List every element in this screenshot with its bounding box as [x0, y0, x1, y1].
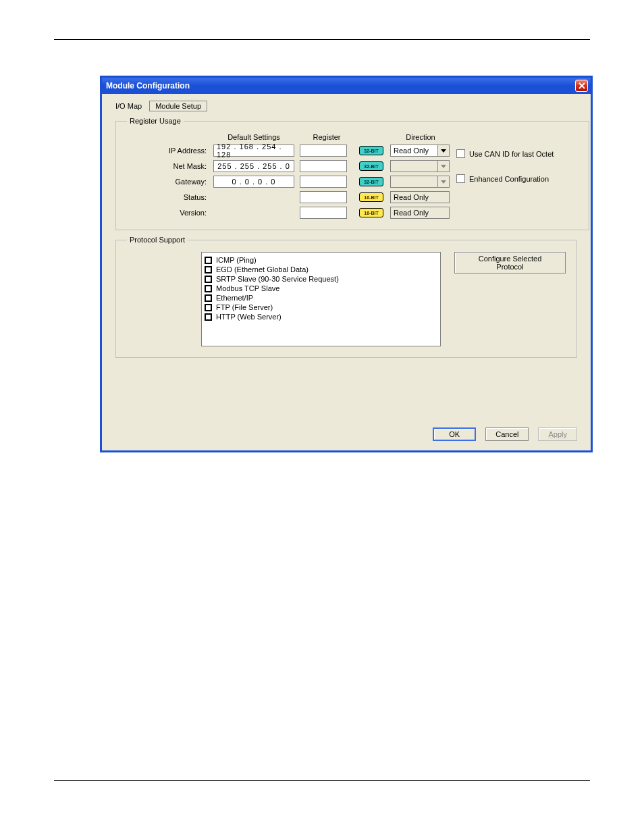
window-title: Module Configuration — [106, 81, 190, 90]
use-can-id-check[interactable]: Use CAN ID for last Octet — [456, 149, 578, 158]
use-can-id-label: Use CAN ID for last Octet — [469, 150, 554, 158]
label-ip-address: IP Address: — [127, 147, 208, 155]
checkbox-icon — [456, 149, 465, 158]
module-configuration-window: Module Configuration I/O Map Module Setu… — [100, 76, 593, 452]
protocol-item-icmp[interactable]: ICMP (Ping) — [205, 255, 437, 265]
protocol-item-ftp[interactable]: FTP (File Server) — [205, 303, 437, 312]
direction-status-value: Read Only — [394, 193, 429, 201]
close-button[interactable] — [575, 80, 588, 92]
direction-ip-address[interactable]: Read Only — [390, 145, 450, 157]
svg-marker-3 — [441, 165, 446, 168]
protocol-item-egd[interactable]: EGD (Ethernet Global Data) — [205, 265, 437, 274]
register-grid: Default Settings Register Direction IP A… — [127, 133, 578, 219]
protocol-item-modbus[interactable]: Modbus TCP Slave — [205, 284, 437, 293]
label-version: Version: — [127, 209, 208, 217]
enhanced-config-check[interactable]: Enhanced Configuration — [456, 174, 578, 183]
register-net-mask[interactable] — [300, 160, 347, 172]
tab-strip: I/O Map Module Setup — [110, 101, 585, 111]
protocol-list[interactable]: ICMP (Ping) EGD (Ethernet Global Data) S… — [201, 252, 441, 346]
enhanced-config-label: Enhanced Configuration — [469, 175, 549, 183]
bit-badge-32-ip: 32-BIT — [359, 146, 383, 155]
page-divider-bottom — [54, 780, 590, 781]
register-version[interactable] — [300, 207, 347, 219]
checkbox-icon — [205, 257, 212, 264]
page-divider-top — [54, 39, 590, 40]
tab-module-setup[interactable]: Module Setup — [149, 101, 207, 111]
apply-button: Apply — [538, 427, 577, 441]
label-gateway: Gateway: — [127, 178, 208, 186]
ip-address-field[interactable]: 192 . 168 . 254 . 128 — [213, 145, 294, 157]
list-item-label: ICMP (Ping) — [216, 256, 257, 264]
titlebar[interactable]: Module Configuration — [102, 78, 591, 94]
col-header-default: Default Settings — [213, 133, 294, 141]
list-item-label: Ethernet/IP — [216, 294, 253, 302]
label-status: Status: — [127, 193, 208, 201]
dialog-button-row: OK Cancel Apply — [433, 427, 577, 441]
list-item-label: EGD (Ethernet Global Data) — [216, 265, 308, 273]
checkbox-icon — [205, 304, 212, 311]
direction-status: Read Only — [390, 191, 450, 203]
protocol-item-http[interactable]: HTTP (Web Server) — [205, 312, 437, 321]
col-header-register: Register — [300, 133, 354, 141]
chevron-down-icon — [437, 161, 449, 172]
checkbox-icon — [205, 294, 212, 302]
bit-badge-32-mask: 32-BIT — [359, 161, 383, 171]
list-item-label: SRTP Slave (90-30 Service Request) — [216, 275, 339, 283]
direction-ip-value: Read Only — [394, 147, 429, 155]
register-gateway[interactable] — [300, 176, 347, 188]
gateway-field[interactable]: 0 . 0 . 0 . 0 — [213, 176, 294, 188]
protocol-item-srtp[interactable]: SRTP Slave (90-30 Service Request) — [205, 274, 437, 284]
cancel-button[interactable]: Cancel — [485, 427, 529, 441]
tab-io-map[interactable]: I/O Map — [110, 101, 147, 111]
register-usage-legend: Register Usage — [127, 117, 184, 125]
side-options: Use CAN ID for last Octet Enhanced Confi… — [456, 149, 578, 183]
label-net-mask: Net Mask: — [127, 162, 208, 170]
list-item-label: FTP (File Server) — [216, 303, 273, 311]
direction-version: Read Only — [390, 207, 450, 219]
chevron-down-icon — [437, 145, 449, 156]
bit-badge-16-version: 16-BIT — [359, 208, 383, 217]
configure-protocol-button[interactable]: Configure Selected Protocol — [454, 252, 566, 273]
register-usage-fieldset: Register Usage Default Settings Register… — [115, 117, 589, 230]
checkbox-icon — [205, 266, 212, 273]
close-icon — [579, 82, 585, 89]
protocol-item-ethernet-ip[interactable]: Ethernet/IP — [205, 293, 437, 303]
svg-marker-4 — [441, 180, 446, 184]
register-status[interactable] — [300, 191, 347, 203]
protocol-support-legend: Protocol Support — [127, 236, 188, 244]
direction-version-value: Read Only — [394, 209, 429, 217]
checkbox-icon — [205, 285, 212, 292]
list-item-label: Modbus TCP Slave — [216, 284, 279, 292]
svg-marker-2 — [441, 149, 446, 153]
net-mask-field[interactable]: 255 . 255 . 255 . 0 — [213, 160, 294, 172]
col-header-direction: Direction — [390, 133, 451, 141]
bit-badge-16-status: 16-BIT — [359, 192, 383, 202]
protocol-support-fieldset: Protocol Support ICMP (Ping) EGD (Ethern… — [115, 236, 577, 358]
checkbox-icon — [205, 276, 212, 283]
list-item-label: HTTP (Web Server) — [216, 313, 281, 321]
register-ip-address[interactable] — [300, 145, 347, 157]
client-area: I/O Map Module Setup Register Usage Defa… — [102, 94, 591, 450]
checkbox-icon — [205, 313, 212, 321]
chevron-down-icon — [437, 176, 449, 187]
checkbox-icon — [456, 174, 465, 183]
direction-net-mask — [390, 160, 450, 172]
ok-button[interactable]: OK — [433, 427, 476, 441]
direction-gateway — [390, 176, 450, 188]
bit-badge-32-gateway: 32-BIT — [359, 177, 383, 186]
